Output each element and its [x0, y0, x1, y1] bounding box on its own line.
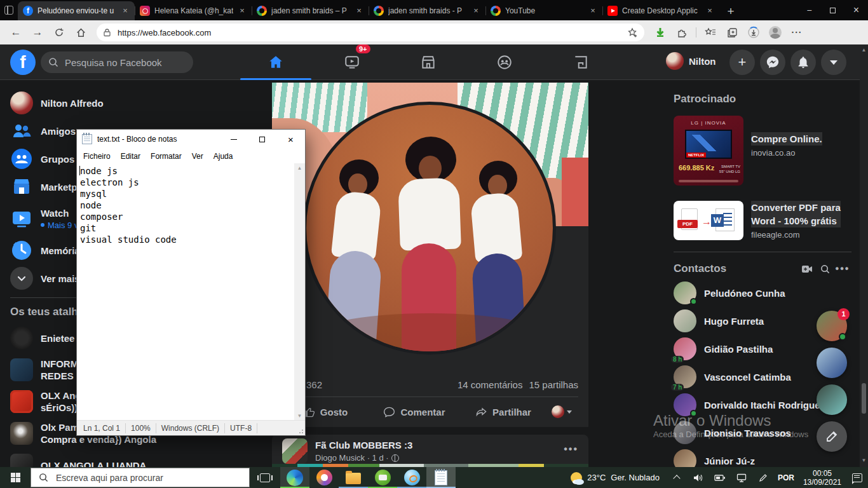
task-view-button[interactable]	[250, 467, 280, 488]
comment-count[interactable]: 14 comentários	[458, 379, 523, 390]
menu-formatar[interactable]: Formatar	[146, 152, 187, 161]
tab-groups[interactable]	[469, 47, 540, 78]
tab-youtube-video[interactable]: Create Desktop Applic	[602, 1, 719, 20]
tab-marketplace[interactable]	[393, 47, 464, 78]
tab-close-icon[interactable]	[588, 6, 597, 15]
notepad-maximize-button[interactable]	[248, 130, 276, 149]
sidebar-item-profile[interactable]: Nilton Alfredo	[5, 89, 262, 117]
notifications-button[interactable]	[790, 50, 816, 75]
notepad-minimize-button[interactable]	[219, 130, 248, 149]
new-room-button[interactable]	[798, 260, 816, 278]
scrollbar-thumb[interactable]	[862, 383, 866, 414]
taskbar-clock[interactable]: 00:05 13/09/2021	[798, 467, 846, 488]
new-message-button[interactable]	[817, 421, 847, 452]
menu-ficheiro[interactable]: Ficheiro	[78, 152, 116, 161]
scroll-up-arrow[interactable]: ▲	[294, 163, 305, 173]
chat-head[interactable]: 1	[817, 311, 847, 341]
share-button[interactable]: Partilhar	[459, 400, 548, 423]
create-button[interactable]	[729, 50, 755, 75]
menu-ajuda[interactable]: Ajuda	[208, 152, 238, 161]
sponsored-ad-pdf[interactable]: PDF W Converter PDF paraWord - 100% grát…	[663, 193, 862, 240]
taskbar-search[interactable]	[31, 468, 250, 487]
window-close-button[interactable]	[844, 0, 868, 20]
notepad-scrollbar[interactable]: ▲ ▼	[294, 163, 305, 421]
menu-ver[interactable]: Ver	[187, 152, 208, 161]
start-button[interactable]	[0, 467, 31, 488]
notepad-text-area[interactable]: node js electron js mysql node composer …	[77, 163, 295, 421]
tab-watch[interactable]: 9+	[316, 47, 388, 78]
chat-head[interactable]	[817, 348, 847, 378]
comment-button[interactable]: Comentar	[370, 400, 459, 423]
resize-grip[interactable]	[299, 429, 304, 434]
tab-close-icon[interactable]	[355, 6, 363, 15]
volume-button[interactable]	[688, 467, 709, 488]
add-favorite-icon[interactable]	[627, 27, 638, 38]
profile-button[interactable]	[766, 23, 785, 42]
tab-instagram[interactable]: Helena Kateia (@h_kat	[135, 1, 252, 20]
tab-close-icon[interactable]	[705, 6, 714, 15]
tab-close-icon[interactable]	[238, 6, 247, 15]
facebook-search-input[interactable]	[64, 57, 178, 69]
reaction-count[interactable]: 362	[306, 379, 322, 390]
notepad-titlebar[interactable]: text.txt - Bloco de notas	[77, 130, 305, 149]
tab-close-icon[interactable]	[121, 6, 130, 15]
taskbar-browser-globe[interactable]	[397, 467, 426, 488]
chat-head[interactable]	[817, 384, 847, 415]
tab-actions-button[interactable]	[0, 0, 18, 20]
tab-facebook[interactable]: Peludóneo enviou-te u	[18, 1, 135, 20]
window-minimize-button[interactable]	[797, 0, 821, 20]
power-button[interactable]	[709, 467, 731, 488]
notepad-close-button[interactable]	[276, 130, 305, 149]
post-profile-photo[interactable]	[303, 102, 556, 355]
window-maximize-button[interactable]	[821, 0, 844, 20]
home-button[interactable]	[70, 23, 92, 42]
menu-editar[interactable]: Editar	[116, 152, 146, 161]
taskbar-search-input[interactable]	[55, 472, 220, 484]
favorites-button[interactable]	[701, 23, 720, 42]
scroll-up-arrow[interactable]: ▲	[860, 47, 868, 53]
messenger-button[interactable]	[760, 50, 785, 75]
page-avatar[interactable]	[282, 438, 308, 464]
idm-extension-button[interactable]	[651, 23, 670, 42]
share-count[interactable]: 15 partilhas	[529, 379, 578, 390]
tab-gaming[interactable]	[545, 47, 616, 78]
taskbar-weather[interactable]: 23°C Ger. Nublado	[564, 467, 666, 488]
pen-button[interactable]	[752, 467, 774, 488]
new-tab-button[interactable]	[722, 3, 740, 20]
facebook-search[interactable]	[41, 51, 193, 73]
nav-profile[interactable]: Nilton	[666, 52, 716, 70]
collections-button[interactable]	[722, 23, 742, 42]
tab-close-icon[interactable]	[471, 6, 480, 15]
browser-scrollbar[interactable]: ▲ ▼	[860, 44, 868, 467]
taskbar-file-explorer[interactable]	[339, 467, 368, 488]
taskbar-edge[interactable]	[280, 467, 309, 488]
downloads-button[interactable]	[744, 23, 763, 42]
taskbar-media-player[interactable]	[309, 467, 339, 488]
post-menu-button[interactable]	[564, 444, 578, 455]
taskbar-download-manager[interactable]	[368, 467, 397, 488]
tray-expand-button[interactable]	[666, 467, 688, 488]
forward-button[interactable]: →	[27, 23, 48, 42]
tab-google-search-2[interactable]: jaden smith braids - P	[369, 1, 485, 20]
url-input[interactable]	[116, 27, 622, 38]
scroll-down-arrow[interactable]: ▼	[860, 458, 868, 463]
language-indicator[interactable]: POR	[774, 467, 798, 488]
back-button[interactable]: ←	[5, 23, 27, 42]
taskbar-notepad[interactable]	[426, 467, 456, 488]
settings-menu-button[interactable]	[787, 23, 806, 42]
network-button[interactable]	[731, 467, 752, 488]
contact-row[interactable]: Peludóneo Cunha	[663, 279, 862, 307]
sponsored-ad-lg[interactable]: LG | INOVIA NETFLIX 669.885 Kz SMART TV …	[663, 108, 862, 186]
extensions-button[interactable]	[672, 23, 691, 42]
address-bar[interactable]	[97, 24, 644, 41]
tab-home[interactable]	[240, 47, 311, 78]
facebook-logo[interactable]	[10, 50, 36, 75]
action-center-button[interactable]	[846, 467, 868, 488]
reload-button[interactable]	[48, 23, 70, 42]
comment-as-selector[interactable]	[552, 405, 572, 418]
tab-youtube-search[interactable]: YouTube	[485, 1, 602, 20]
tab-google-search-1[interactable]: jaden smith braids – P	[252, 1, 369, 20]
search-contacts-button[interactable]	[816, 260, 834, 278]
page-name[interactable]: Fã Club MOBBERS :3	[315, 440, 412, 451]
account-menu-button[interactable]	[821, 50, 846, 75]
